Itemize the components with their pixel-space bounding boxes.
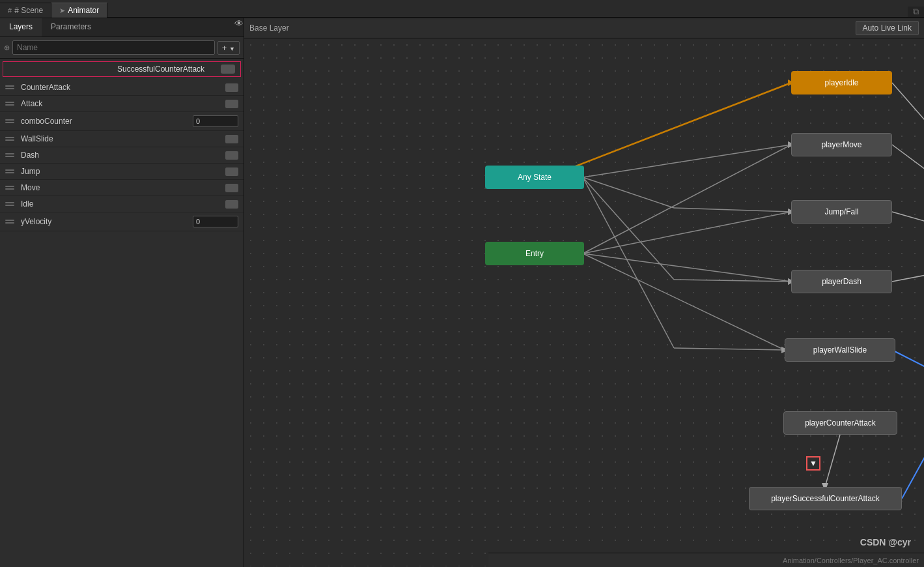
svg-line-26 bbox=[892, 254, 924, 282]
auto-live-button[interactable]: Auto Live Link bbox=[856, 21, 919, 35]
param-bool-toggle[interactable] bbox=[225, 167, 238, 176]
node-player-dash[interactable]: playerDash bbox=[791, 270, 892, 293]
param-drag-handle bbox=[5, 220, 14, 224]
node-player-wallslide[interactable]: playerWallSlide bbox=[785, 338, 895, 362]
svg-line-3 bbox=[583, 145, 791, 177]
svg-line-33 bbox=[825, 435, 840, 487]
param-drag-handle bbox=[5, 102, 14, 106]
tab-parameters[interactable]: Parameters bbox=[42, 18, 100, 36]
search-label: ⊕ bbox=[4, 44, 10, 52]
svg-line-9 bbox=[674, 280, 791, 282]
param-lines-icon bbox=[8, 68, 112, 70]
param-bool-toggle[interactable] bbox=[225, 200, 238, 209]
param-row[interactable]: yVelocity bbox=[0, 212, 244, 231]
tab-scene[interactable]: # # Scene bbox=[0, 3, 51, 18]
node-player-counterattack[interactable]: playerCounterAttack bbox=[783, 411, 897, 435]
tab-layers[interactable]: Layers bbox=[0, 18, 42, 36]
transition-box-red[interactable]: ▼ bbox=[806, 456, 820, 471]
left-panel: Layers Parameters 👁 ⊕ + ▼ SuccessfulCoun… bbox=[0, 18, 244, 567]
left-tabs: Layers Parameters 👁 bbox=[0, 18, 244, 37]
breadcrumb: Base Layer bbox=[249, 23, 289, 33]
add-button[interactable]: + ▼ bbox=[217, 41, 240, 55]
svg-line-22 bbox=[892, 145, 924, 254]
scene-icon: # bbox=[8, 7, 12, 14]
param-bool-toggle[interactable] bbox=[225, 135, 238, 143]
svg-line-28 bbox=[892, 350, 924, 386]
selected-param-name: SuccessfulCounterAttack bbox=[117, 65, 221, 74]
add-icon: + bbox=[222, 43, 227, 53]
param-row[interactable]: Move bbox=[0, 180, 244, 196]
param-number-input[interactable] bbox=[193, 216, 238, 227]
param-row[interactable]: Dash bbox=[0, 147, 244, 164]
tab-animator-label: Animator bbox=[68, 6, 99, 15]
animator-panel: Base Layer Auto Live Link bbox=[244, 18, 924, 567]
bottom-bar: Animation/Controllers/Player_AC.controll… bbox=[488, 553, 924, 567]
svg-line-20 bbox=[583, 254, 785, 350]
eye-icon[interactable]: 👁 bbox=[234, 18, 244, 36]
animator-icon: ➤ bbox=[59, 7, 65, 15]
param-drag-handle bbox=[5, 153, 14, 157]
svg-line-12 bbox=[674, 348, 785, 350]
watermark: CSDN @cyr bbox=[860, 537, 911, 547]
param-row[interactable]: WallSlide bbox=[0, 131, 244, 147]
node-player-idle[interactable]: playerIdle bbox=[791, 71, 892, 94]
svg-line-11 bbox=[583, 177, 674, 348]
svg-line-8 bbox=[583, 177, 674, 280]
param-number-input[interactable] bbox=[193, 115, 238, 127]
dropdown-icon: ▼ bbox=[229, 46, 235, 52]
search-bar: ⊕ + ▼ bbox=[0, 37, 244, 59]
param-row[interactable]: Jump bbox=[0, 164, 244, 180]
selected-param-toggle[interactable] bbox=[221, 65, 235, 74]
window-controls: ⧉ bbox=[913, 7, 919, 17]
tab-animator[interactable]: ➤ Animator bbox=[51, 3, 107, 18]
node-jump-fall[interactable]: Jump/Fall bbox=[791, 200, 892, 224]
animator-toolbar: Base Layer Auto Live Link bbox=[244, 18, 924, 38]
main-layout: Layers Parameters 👁 ⊕ + ▼ SuccessfulCoun… bbox=[0, 18, 924, 567]
selected-param-row[interactable]: SuccessfulCounterAttack bbox=[3, 61, 241, 77]
arrow-down-icon: ▼ bbox=[809, 459, 817, 468]
param-bool-toggle[interactable] bbox=[225, 184, 238, 192]
param-drag-handle bbox=[5, 169, 14, 173]
graph-canvas[interactable]: playerIdle playerMove Any State Jump/Fal… bbox=[244, 38, 924, 566]
svg-line-18 bbox=[583, 254, 791, 282]
param-bool-toggle[interactable] bbox=[225, 151, 238, 160]
param-drag-handle bbox=[5, 202, 14, 206]
param-row[interactable]: CounterAttack bbox=[0, 80, 244, 96]
node-entry[interactable]: Entry bbox=[485, 242, 584, 265]
param-bool-toggle[interactable] bbox=[225, 100, 238, 108]
param-drag-handle bbox=[5, 119, 14, 123]
param-drag-handle bbox=[5, 186, 14, 190]
svg-line-35 bbox=[902, 386, 924, 499]
search-input[interactable] bbox=[12, 40, 215, 55]
svg-line-31 bbox=[892, 83, 924, 250]
params-list: CounterAttack Attack comboCounter WallSl… bbox=[0, 80, 244, 567]
top-tabs: # # Scene ➤ Animator ⧉ bbox=[0, 0, 924, 18]
param-row[interactable]: comboCounter bbox=[0, 112, 244, 131]
svg-line-5 bbox=[583, 177, 674, 208]
svg-line-6 bbox=[674, 208, 791, 212]
node-any-state[interactable]: Any State bbox=[485, 166, 584, 189]
controller-path: Animation/Controllers/Player_AC.controll… bbox=[783, 557, 919, 564]
svg-line-24 bbox=[892, 212, 924, 254]
svg-line-14 bbox=[583, 145, 791, 254]
param-row[interactable]: Attack bbox=[0, 96, 244, 112]
tab-scene-label: # Scene bbox=[14, 6, 43, 15]
svg-line-16 bbox=[583, 212, 791, 254]
svg-line-1 bbox=[547, 83, 791, 177]
param-drag-handle bbox=[5, 85, 14, 89]
param-row[interactable]: Idle bbox=[0, 196, 244, 212]
node-player-move[interactable]: playerMove bbox=[791, 133, 892, 156]
param-drag-handle bbox=[5, 137, 14, 141]
param-bool-toggle[interactable] bbox=[225, 83, 238, 92]
node-player-successful-counterattack[interactable]: playerSuccessfulCounterAttack bbox=[749, 487, 902, 510]
